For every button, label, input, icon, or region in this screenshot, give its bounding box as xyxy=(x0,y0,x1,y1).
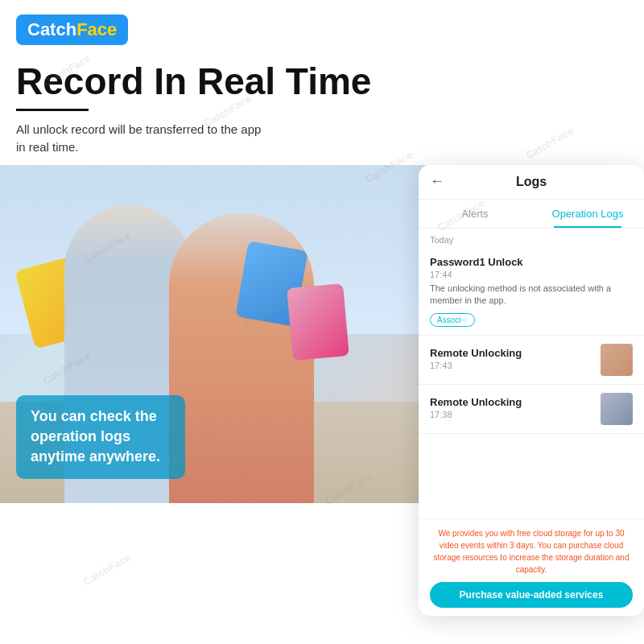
hero-subtitle: All unlock record will be transferred to… xyxy=(16,121,386,157)
log-thumb-2 xyxy=(601,393,633,425)
hero-underline xyxy=(16,109,89,111)
logo-face: Face xyxy=(76,19,117,40)
log-item-3-title: Remote Unlocking xyxy=(430,396,522,408)
app-tabs: Alerts Operation Logs xyxy=(419,200,644,229)
tab-operation-logs[interactable]: Operation Logs xyxy=(531,200,644,228)
hero-section: Record In Real Time All unlock record wi… xyxy=(0,53,644,157)
photo-area: You can check the operation logs anytime… xyxy=(0,165,427,503)
log-item-3-time: 17:38 xyxy=(430,410,522,419)
app-header: ← Logs xyxy=(419,165,644,200)
log-item-2-title: Remote Unlocking xyxy=(430,347,522,359)
log-item-remote-unlock-1: Remote Unlocking 17:43 xyxy=(419,336,644,385)
log-item-1-time: 17:44 xyxy=(430,270,633,279)
logo: Catch Face xyxy=(16,14,128,45)
assoc-button[interactable]: Associ··· xyxy=(430,313,475,327)
hero-title: Record In Real Time xyxy=(16,61,628,102)
header: Catch Face xyxy=(0,0,644,53)
app-bottom: We provides you with free cloud storage … xyxy=(419,518,644,616)
hero-subtitle-line2: in real time. xyxy=(16,140,79,154)
app-title: Logs xyxy=(516,175,547,189)
log-date-label: Today xyxy=(419,229,644,248)
app-log-content: Today Password1 Unlock 17:44 The unlocki… xyxy=(419,229,644,518)
logo-catch: Catch xyxy=(27,19,76,40)
thumb-face-2 xyxy=(601,393,633,425)
log-item-password-unlock: Password1 Unlock 17:44 The unlocking met… xyxy=(419,248,644,336)
log-item-2-row: Remote Unlocking 17:43 xyxy=(430,344,633,376)
log-item-3-info: Remote Unlocking 17:38 xyxy=(430,396,522,423)
caption-text: You can check the operation logs anytime… xyxy=(31,408,160,464)
app-bottom-text: We provides you with free cloud storage … xyxy=(430,527,633,576)
app-panel: ← Logs Alerts Operation Logs Today Passw… xyxy=(419,165,644,616)
app-back-button[interactable]: ← xyxy=(430,173,444,190)
caption-box: You can check the operation logs anytime… xyxy=(16,395,185,479)
thumb-face-1 xyxy=(601,344,633,376)
log-thumb-1 xyxy=(601,344,633,376)
log-item-2-info: Remote Unlocking 17:43 xyxy=(430,347,522,374)
log-item-2-time: 17:43 xyxy=(430,361,522,370)
log-item-remote-unlock-2: Remote Unlocking 17:38 xyxy=(419,385,644,434)
log-item-1-title: Password1 Unlock xyxy=(430,256,633,268)
tab-alerts[interactable]: Alerts xyxy=(419,200,531,228)
main-content: You can check the operation logs anytime… xyxy=(0,165,644,503)
log-item-1-desc: The unlocking method is not associated w… xyxy=(430,283,633,308)
log-item-3-row: Remote Unlocking 17:38 xyxy=(430,393,633,425)
hero-subtitle-line1: All unlock record will be transferred to… xyxy=(16,122,261,136)
purchase-button[interactable]: Purchase value-added services xyxy=(430,582,633,608)
